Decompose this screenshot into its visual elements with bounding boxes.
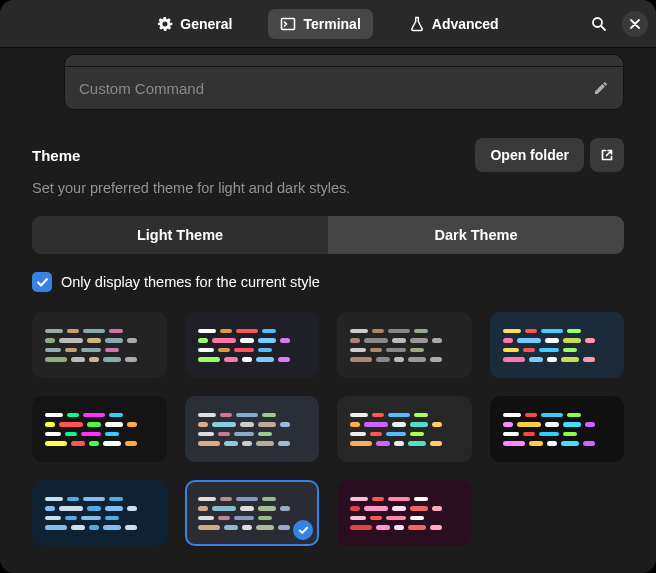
theme-swatch-navy-colorful[interactable] [490, 312, 625, 378]
check-icon [36, 276, 49, 289]
tab-advanced[interactable]: Advanced [397, 9, 511, 39]
custom-command-placeholder: Custom Command [79, 80, 593, 97]
content-area: Custom Command Theme Open folder Set you… [0, 48, 656, 573]
theme-swatch-black-neon[interactable] [32, 396, 167, 462]
pencil-icon [593, 80, 609, 96]
theme-swatch-gray-selected[interactable] [185, 480, 320, 546]
theme-swatch-deep-blue[interactable] [32, 480, 167, 546]
filter-current-style-checkbox[interactable] [32, 272, 52, 292]
preferences-window: General Terminal Advanced Custom Command [0, 0, 656, 573]
theme-swatch-maroon[interactable] [337, 480, 472, 546]
flask-icon [409, 16, 425, 32]
custom-command-field[interactable]: Custom Command [64, 66, 624, 110]
theme-mode-switcher: Light Theme Dark Theme [32, 216, 624, 254]
theme-swatch-dark-muted[interactable] [337, 312, 472, 378]
theme-grid [32, 312, 624, 546]
headerbar: General Terminal Advanced [0, 0, 656, 48]
theme-section-title: Theme [32, 147, 80, 164]
selected-check-icon [293, 520, 313, 540]
previous-row-partial [64, 54, 624, 66]
theme-swatch-dark-vivid-blue[interactable] [185, 312, 320, 378]
open-folder-label: Open folder [490, 147, 569, 163]
tab-terminal[interactable]: Terminal [268, 9, 372, 39]
light-theme-segment[interactable]: Light Theme [32, 216, 328, 254]
tab-terminal-label: Terminal [303, 16, 360, 32]
close-button[interactable] [622, 11, 648, 37]
theme-swatch-charcoal-rainbow[interactable] [337, 396, 472, 462]
svg-rect-0 [282, 18, 295, 29]
svg-line-2 [601, 26, 605, 30]
theme-swatch-black-rainbow[interactable] [490, 396, 625, 462]
search-button[interactable] [586, 11, 612, 37]
theme-section-subtitle: Set your preferred theme for light and d… [32, 180, 624, 196]
theme-swatch-darkgray-pastel[interactable] [32, 312, 167, 378]
dark-theme-segment[interactable]: Dark Theme [328, 216, 624, 254]
search-icon [591, 16, 607, 32]
tab-advanced-label: Advanced [432, 16, 499, 32]
theme-swatch-slate-soft[interactable] [185, 396, 320, 462]
terminal-icon [280, 16, 296, 32]
tab-general-label: General [180, 16, 232, 32]
gear-icon [157, 16, 173, 32]
tab-general[interactable]: General [145, 9, 244, 39]
open-external-button[interactable] [590, 138, 624, 172]
close-icon [630, 19, 640, 29]
open-external-icon [600, 148, 614, 162]
view-switcher: General Terminal Advanced [145, 9, 510, 39]
open-folder-button[interactable]: Open folder [475, 138, 584, 172]
filter-checkbox-label: Only display themes for the current styl… [61, 274, 320, 290]
